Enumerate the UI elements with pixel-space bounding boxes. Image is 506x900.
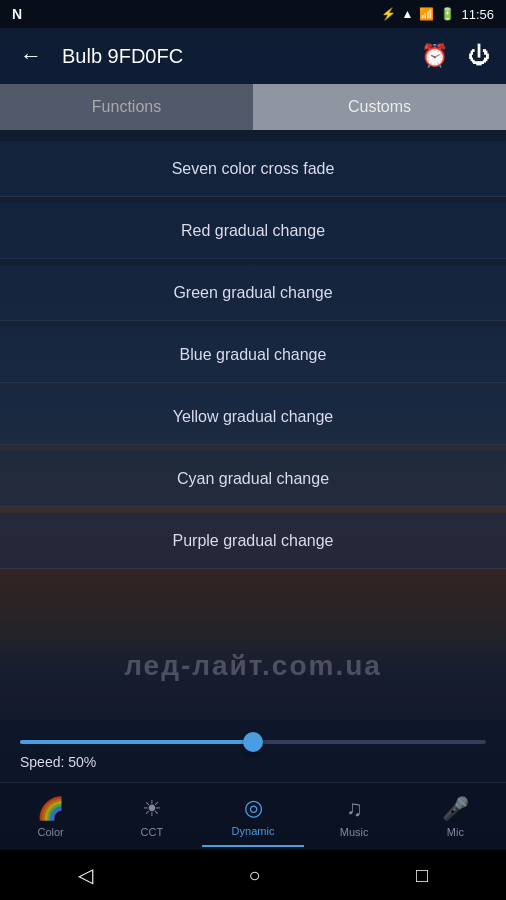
wifi-icon: ▲ <box>402 7 414 21</box>
nav-item-color[interactable]: 🌈 Color <box>0 788 101 846</box>
list-item[interactable]: Green gradual change <box>0 265 506 321</box>
nav-label-music: Music <box>340 826 369 838</box>
back-button[interactable]: ← <box>16 39 46 73</box>
music-icon: ♫ <box>346 796 363 822</box>
list-item[interactable]: Cyan gradual change <box>0 451 506 507</box>
speed-section: Speed: 50% <box>0 720 506 782</box>
nav-label-dynamic: Dynamic <box>232 825 275 837</box>
nav-item-cct[interactable]: ☀ CCT <box>101 788 202 846</box>
status-left: N <box>12 6 22 22</box>
list-item[interactable]: Purple gradual change <box>0 513 506 569</box>
speed-slider-thumb[interactable] <box>243 732 263 752</box>
list-item-text: Green gradual change <box>173 284 332 302</box>
system-nav: ◁ ○ □ <box>0 850 506 900</box>
power-icon[interactable]: ⏻ <box>468 43 490 69</box>
nav-item-music[interactable]: ♫ Music <box>304 788 405 846</box>
nav-item-dynamic[interactable]: ◎ Dynamic <box>202 787 303 847</box>
list-item-text: Blue gradual change <box>180 346 327 364</box>
color-icon: 🌈 <box>37 796 64 822</box>
tab-customs[interactable]: Customs <box>253 84 506 130</box>
header-actions: ⏰ ⏻ <box>421 43 490 69</box>
battery-icon: 🔋 <box>440 7 455 21</box>
mic-icon: 🎤 <box>442 796 469 822</box>
list-item[interactable]: Red gradual change <box>0 203 506 259</box>
speed-label: Speed: 50% <box>20 754 486 770</box>
status-right: ⚡ ▲ 📶 🔋 11:56 <box>381 7 494 22</box>
signal-icon: 📶 <box>419 7 434 21</box>
status-bar: N ⚡ ▲ 📶 🔋 11:56 <box>0 0 506 28</box>
system-home-button[interactable]: ○ <box>228 856 280 895</box>
nav-item-mic[interactable]: 🎤 Mic <box>405 788 506 846</box>
list-item[interactable]: Seven color cross fade <box>0 141 506 197</box>
list-item-text: Seven color cross fade <box>172 160 335 178</box>
system-recent-button[interactable]: □ <box>396 856 448 895</box>
dynamic-icon: ◎ <box>244 795 263 821</box>
content-list: Seven color cross fade Red gradual chang… <box>0 130 506 720</box>
status-logo: N <box>12 6 22 22</box>
tabs-container: Functions Customs <box>0 84 506 130</box>
tab-functions[interactable]: Functions <box>0 84 253 130</box>
speed-slider-fill <box>20 740 253 744</box>
bottom-nav: 🌈 Color ☀ CCT ◎ Dynamic ♫ Music 🎤 Mic <box>0 782 506 850</box>
speed-slider-track[interactable] <box>20 740 486 744</box>
page-title: Bulb 9FD0FC <box>62 45 405 68</box>
system-back-button[interactable]: ◁ <box>58 855 113 895</box>
list-item-text: Cyan gradual change <box>177 470 329 488</box>
cct-icon: ☀ <box>142 796 162 822</box>
nav-label-cct: CCT <box>141 826 164 838</box>
list-item[interactable]: Blue gradual change <box>0 327 506 383</box>
nav-label-mic: Mic <box>447 826 464 838</box>
bluetooth-icon: ⚡ <box>381 7 396 21</box>
header: ← Bulb 9FD0FC ⏰ ⏻ <box>0 28 506 84</box>
list-item-text: Red gradual change <box>181 222 325 240</box>
alarm-icon[interactable]: ⏰ <box>421 43 448 69</box>
list-item-text: Purple gradual change <box>172 532 333 550</box>
list-item[interactable]: Yellow gradual change <box>0 389 506 445</box>
status-time: 11:56 <box>461 7 494 22</box>
nav-label-color: Color <box>37 826 63 838</box>
list-item-text: Yellow gradual change <box>173 408 333 426</box>
